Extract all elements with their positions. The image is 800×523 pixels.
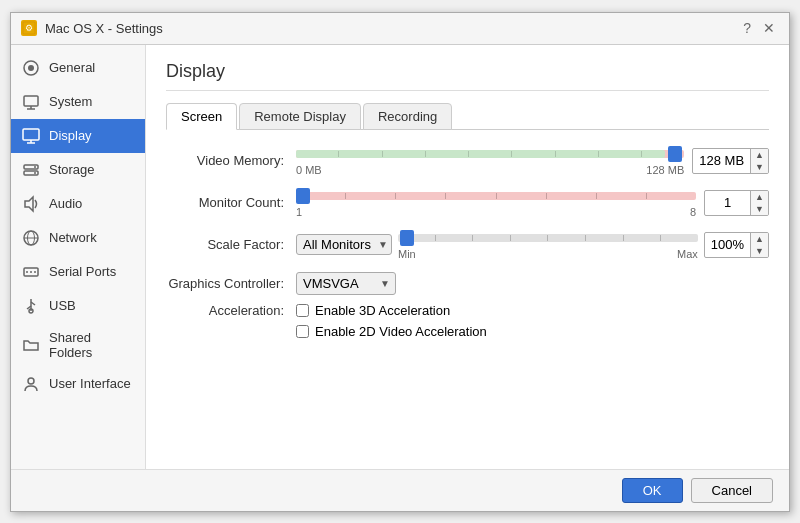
sidebar-item-usb[interactable]: USB [11, 289, 145, 323]
svg-marker-14 [25, 197, 33, 211]
tick [646, 193, 647, 199]
sidebar-item-storage[interactable]: Storage [11, 153, 145, 187]
monitor-count-up[interactable]: ▲ [751, 191, 768, 203]
title-bar-left: ⚙ Mac OS X - Settings [21, 20, 163, 36]
tick [510, 235, 511, 241]
video-memory-label: Video Memory: [166, 153, 296, 168]
display-icon [21, 126, 41, 146]
help-button[interactable]: ? [739, 20, 755, 36]
accel-2d-text: Enable 2D Video Acceleration [315, 324, 487, 339]
sidebar-item-general[interactable]: General [11, 51, 145, 85]
accel-2d-label[interactable]: Enable 2D Video Acceleration [296, 324, 487, 339]
svg-point-3 [28, 65, 34, 71]
monitor-count-row: Monitor Count: [166, 188, 769, 218]
tick [425, 151, 426, 157]
video-memory-min-label: 0 MB [296, 164, 322, 176]
acceleration-row: Acceleration: Enable 3D Acceleration Ena… [166, 303, 769, 339]
video-memory-up[interactable]: ▲ [751, 149, 768, 161]
scale-factor-row-inner: All Monitors ▼ [296, 230, 769, 260]
tab-screen[interactable]: Screen [166, 103, 237, 130]
accel-3d-checkbox[interactable] [296, 304, 309, 317]
accel-3d-text: Enable 3D Acceleration [315, 303, 450, 318]
tick [546, 193, 547, 199]
sidebar-item-display[interactable]: Display [11, 119, 145, 153]
tab-recording[interactable]: Recording [363, 103, 452, 130]
sidebar-item-network[interactable]: Network [11, 221, 145, 255]
monitor-count-control: 1 8 1 ▲ ▼ [296, 188, 769, 218]
window-title: Mac OS X - Settings [45, 21, 163, 36]
monitor-count-down[interactable]: ▼ [751, 203, 768, 215]
monitor-count-slider-labels: 1 8 [296, 206, 696, 218]
tick [345, 193, 346, 199]
scale-factor-arrows: ▲ ▼ [750, 233, 768, 257]
sidebar-item-system[interactable]: System [11, 85, 145, 119]
monitor-count-ticks [296, 192, 696, 200]
sidebar-item-audio[interactable]: Audio [11, 187, 145, 221]
window-footer: OK Cancel [11, 469, 789, 511]
video-memory-ticks [296, 150, 684, 158]
graphics-controller-row: Graphics Controller: VMSVGA VBoxVGA VBox… [166, 272, 769, 295]
video-memory-value: 128 MB [693, 151, 750, 170]
ok-button[interactable]: OK [622, 478, 683, 503]
sidebar-label-shared-folders: Shared Folders [49, 330, 135, 360]
title-bar-controls: ? ✕ [739, 20, 779, 36]
acceleration-label: Acceleration: [166, 303, 296, 318]
cancel-button[interactable]: Cancel [691, 478, 773, 503]
audio-icon [21, 194, 41, 214]
sidebar-label-network: Network [49, 230, 97, 245]
tick [641, 151, 642, 157]
graphics-controller-select[interactable]: VMSVGA VBoxVGA VBoxSVGA [296, 272, 396, 295]
sidebar-label-usb: USB [49, 298, 76, 313]
scale-factor-labels: Min Max [398, 248, 698, 260]
user-interface-icon [21, 374, 41, 394]
video-memory-row: Video Memory: [166, 146, 769, 176]
svg-rect-7 [23, 129, 39, 140]
general-icon [21, 58, 41, 78]
tick [585, 235, 586, 241]
accel-3d-label[interactable]: Enable 3D Acceleration [296, 303, 487, 318]
sidebar-label-serial-ports: Serial Ports [49, 264, 116, 279]
scale-factor-up[interactable]: ▲ [751, 233, 768, 245]
accel-2d-checkbox[interactable] [296, 325, 309, 338]
scale-factor-control: All Monitors ▼ [296, 230, 769, 260]
close-button[interactable]: ✕ [759, 20, 779, 36]
tab-remote-display[interactable]: Remote Display [239, 103, 361, 130]
svg-point-21 [34, 271, 36, 273]
main-content: Display Screen Remote Display Recording … [146, 45, 789, 469]
graphics-controller-select-wrapper: VMSVGA VBoxVGA VBoxSVGA ▼ [296, 272, 396, 295]
tick [382, 151, 383, 157]
monitor-select[interactable]: All Monitors [296, 234, 392, 255]
tick [511, 151, 512, 157]
sidebar-item-shared-folders[interactable]: Shared Folders [11, 323, 145, 367]
tick [555, 151, 556, 157]
monitor-count-value: 1 [705, 193, 750, 212]
monitor-count-thumb[interactable] [296, 188, 310, 204]
scale-slider-track [398, 230, 698, 246]
svg-point-13 [34, 172, 36, 174]
title-bar: ⚙ Mac OS X - Settings ? ✕ [11, 13, 789, 45]
scale-factor-thumb[interactable] [400, 230, 414, 246]
video-memory-thumb[interactable] [668, 146, 682, 162]
monitor-count-track [296, 188, 696, 204]
sidebar-label-audio: Audio [49, 196, 82, 211]
video-memory-slider-wrapper: 0 MB 128 MB [296, 146, 684, 176]
tick [468, 151, 469, 157]
video-memory-down[interactable]: ▼ [751, 161, 768, 173]
monitor-count-slider-wrapper: 1 8 [296, 188, 696, 218]
window-icon: ⚙ [21, 20, 37, 36]
monitor-count-min-label: 1 [296, 206, 302, 218]
scale-factor-down[interactable]: ▼ [751, 245, 768, 257]
sidebar-item-serial-ports[interactable]: Serial Ports [11, 255, 145, 289]
svg-point-26 [28, 378, 34, 384]
tick [338, 151, 339, 157]
video-memory-track [296, 146, 684, 162]
sidebar-item-user-interface[interactable]: User Interface [11, 367, 145, 401]
tick [435, 235, 436, 241]
tick [623, 235, 624, 241]
tick [598, 151, 599, 157]
svg-point-19 [26, 271, 28, 273]
video-memory-slider-labels: 0 MB 128 MB [296, 164, 684, 176]
window-body: General System [11, 45, 789, 469]
acceleration-checkboxes: Enable 3D Acceleration Enable 2D Video A… [296, 303, 487, 339]
sidebar: General System [11, 45, 146, 469]
